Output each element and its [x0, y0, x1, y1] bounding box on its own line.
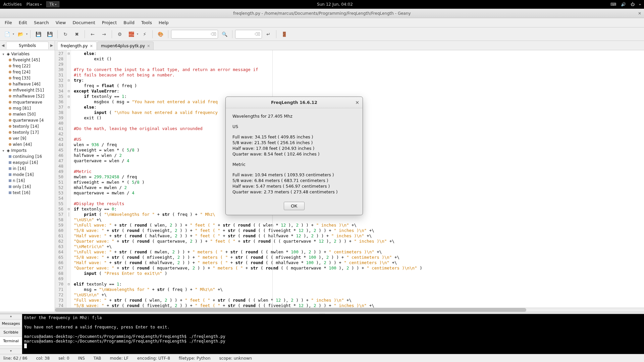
clock[interactable]: Sun 12 Jun, 04:02	[59, 2, 610, 7]
bottom-nav-up[interactable]: ▴	[0, 314, 22, 319]
horizontal-scrollbar[interactable]	[55, 308, 644, 312]
dialog-ok-button[interactable]: OK	[284, 202, 304, 210]
symbol-variable[interactable]: msg [81]	[0, 105, 55, 111]
dialog-us-label: US	[232, 124, 356, 129]
symbol-import[interactable]: only [16]	[0, 184, 55, 190]
terminal-cursor	[24, 344, 27, 348]
chevron-down-icon[interactable]: ▾	[26, 33, 28, 36]
save-all-button[interactable]: 💾	[45, 29, 55, 39]
menu-document[interactable]: Document	[70, 19, 98, 26]
tree-group-imports[interactable]: ▾◈ Imports	[0, 147, 55, 154]
close-icon[interactable]: ✕	[90, 44, 93, 48]
bottom-tabs: ▴ Messages Scribble Terminal ▾	[0, 314, 22, 354]
nav-forward-button[interactable]: →	[99, 29, 109, 39]
separator	[276, 30, 276, 38]
symbol-import[interactable]: easygui [16]	[0, 160, 55, 166]
sidebar-nav-left[interactable]: ◀	[0, 43, 6, 48]
status-ins: INS	[78, 356, 85, 361]
volume-icon[interactable]: 🔊	[621, 2, 626, 7]
build-button[interactable]: 🧱	[126, 29, 136, 39]
symbol-tree[interactable]: ▾◈ Variables fiveeight [45]freq [22]freq…	[0, 50, 55, 312]
symbol-import[interactable]: continuing [16	[0, 154, 55, 160]
variable-icon	[9, 59, 11, 61]
quit-button[interactable]: 🚪	[279, 29, 289, 39]
dialog-titlebar[interactable]: FreqLength 16.6.12 ✕	[226, 97, 363, 108]
symbol-variable[interactable]: wlen [44]	[0, 141, 55, 147]
symbol-variable[interactable]: quarterwave [4	[0, 117, 55, 123]
menu-file[interactable]: File	[2, 19, 15, 26]
file-tab-mupen[interactable]: mupen64plus-pytk.py✕	[97, 42, 154, 50]
symbol-import[interactable]: mode [16]	[0, 172, 55, 178]
reload-button[interactable]: ↻	[60, 29, 70, 39]
new-file-button[interactable]: 📄	[2, 29, 12, 39]
symbol-variable[interactable]: mfiveeight [51]	[0, 87, 55, 93]
symbol-variable[interactable]: mhalfwave [52]	[0, 93, 55, 99]
dialog-header: Wavelengths for 27.405 Mhz	[232, 114, 356, 119]
symbol-variable[interactable]: ver [9]	[0, 135, 55, 141]
toolbar: 📄▾ 📂▾ 💾 💾 ↻ ✖ ← → ⚙ 🧱▾ ⚡ 🎨 ⌫ 🔍 ⌫ ↵ 🚪	[0, 27, 644, 41]
menu-help[interactable]: Help	[156, 19, 171, 26]
symbol-variable[interactable]: freq [24]	[0, 69, 55, 75]
symbol-import[interactable]: text [16]	[0, 190, 55, 196]
status-mode: mode: LF	[110, 356, 128, 361]
symbol-import[interactable]: in [16]	[0, 166, 55, 172]
save-button[interactable]: 💾	[33, 29, 43, 39]
fold-column[interactable]: ⊟ ⊟ ⊟⊟ ⊟ ⊟│ ⊟	[66, 50, 71, 308]
symbol-variable[interactable]: halfwave [46]	[0, 81, 55, 87]
tk-app-menu[interactable]: Tk▾	[46, 1, 59, 7]
goto-line-input[interactable]: ⌫	[235, 30, 262, 39]
chevron-down-icon[interactable]: ▾	[137, 33, 138, 36]
tab-messages[interactable]: Messages	[0, 319, 22, 328]
power-icon[interactable]: ⏻	[631, 2, 635, 7]
terminal-output[interactable]: Enter the frequency in Mhz: f;la You hav…	[22, 314, 644, 354]
keyboard-icon[interactable]: ⌨	[610, 2, 616, 7]
close-button[interactable]: ✖	[72, 29, 82, 39]
symbol-variable[interactable]: mwlen [50]	[0, 111, 55, 117]
clear-icon[interactable]: ⌫	[211, 32, 216, 37]
sidebar-tab-symbols[interactable]: Symbols	[6, 42, 49, 49]
open-file-button[interactable]: 📂	[15, 29, 25, 39]
menu-tools[interactable]: Tools	[139, 19, 155, 26]
file-tab-freqlength[interactable]: freqlength.py✕	[57, 42, 97, 50]
color-chooser-button[interactable]: 🎨	[155, 29, 165, 39]
places-menu[interactable]: Places▾	[26, 2, 42, 7]
variable-icon	[9, 83, 11, 85]
status-line: line: 62 / 86	[3, 356, 28, 361]
collapse-icon[interactable]: ▾	[1, 52, 5, 56]
search-input[interactable]: ⌫	[171, 30, 218, 39]
goto-line-button[interactable]: ↵	[263, 29, 273, 39]
activities-button[interactable]: Activities	[3, 2, 22, 7]
bottom-nav-down[interactable]: ▾	[0, 349, 22, 354]
symbol-import[interactable]: n [16]	[0, 178, 55, 184]
scrollbar-thumb[interactable]	[55, 308, 526, 312]
variable-icon	[9, 143, 11, 146]
compile-button[interactable]: ⚙	[115, 29, 125, 39]
tab-terminal[interactable]: Terminal	[0, 337, 22, 346]
menu-project[interactable]: Project	[99, 19, 119, 26]
nav-back-button[interactable]: ←	[88, 29, 98, 39]
search-button[interactable]: 🔍	[219, 29, 229, 39]
menu-search[interactable]: Search	[31, 19, 52, 26]
dialog-close-button[interactable]: ✕	[355, 100, 359, 105]
collapse-icon[interactable]: ▾	[1, 149, 5, 153]
chevron-down-icon[interactable]: ▾	[639, 3, 641, 6]
menu-edit[interactable]: Edit	[16, 19, 30, 26]
sidebar-nav-right[interactable]: ▶	[49, 43, 55, 48]
symbol-variable[interactable]: freq [33]	[0, 75, 55, 81]
symbol-variable[interactable]: freq [22]	[0, 63, 55, 69]
execute-button[interactable]: ⚡	[140, 29, 150, 39]
menu-view[interactable]: View	[53, 19, 69, 26]
tree-group-variables[interactable]: ▾◈ Variables	[0, 51, 55, 57]
close-icon[interactable]: ✕	[147, 44, 150, 48]
window-close-button[interactable]: ✕	[638, 11, 641, 16]
chevron-down-icon[interactable]: ▾	[13, 33, 14, 36]
symbol-variable[interactable]: mquarterwave	[0, 99, 55, 105]
symbol-variable[interactable]: textonly [17]	[0, 129, 55, 135]
symbol-variable[interactable]: textonly [14]	[0, 123, 55, 129]
variable-icon	[9, 125, 11, 128]
clear-icon[interactable]: ⌫	[255, 32, 260, 37]
symbol-variable[interactable]: fiveeight [45]	[0, 57, 55, 63]
tab-scribble[interactable]: Scribble	[0, 328, 22, 337]
chevron-down-icon: ▾	[55, 3, 56, 6]
menu-build[interactable]: Build	[121, 19, 137, 26]
